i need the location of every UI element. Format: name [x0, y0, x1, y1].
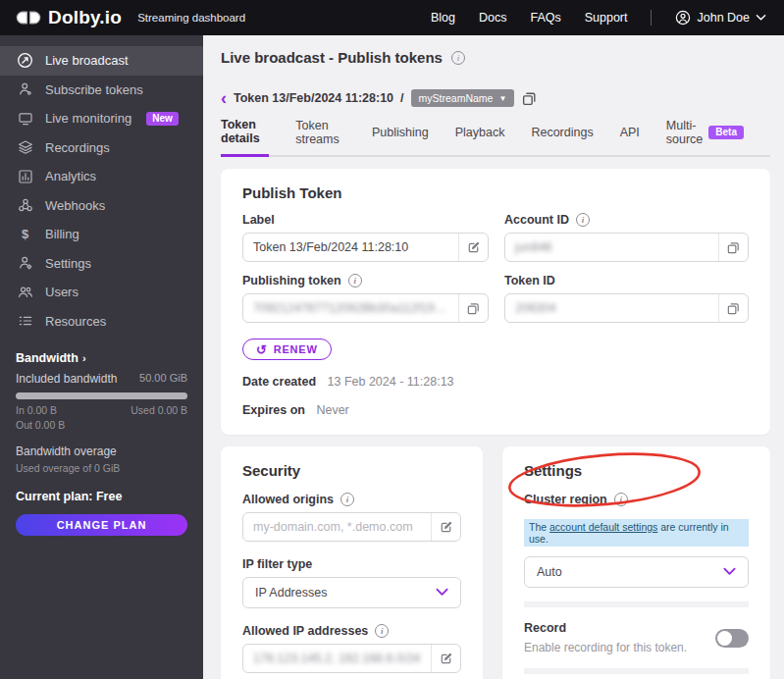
cluster-region-select[interactable]: Auto	[524, 556, 749, 588]
sidebar: Live broadcast Subscribe tokens Live mon…	[0, 35, 203, 679]
record-toggle[interactable]	[715, 629, 749, 648]
token-id-redacted-value: 206304	[505, 301, 718, 315]
divider	[524, 601, 749, 607]
broadcast-icon	[17, 52, 33, 69]
main-content: Live broadcast - Publish tokens i ‹ Toke…	[203, 35, 784, 679]
cluster-region-info-icon[interactable]: i	[614, 493, 628, 506]
allowed-ips-redacted-placeholder: 178.123.145.2, 192.168.6.0/24	[243, 652, 431, 665]
list-icon	[17, 313, 33, 330]
tab-bar: Token details Token streams Publishing P…	[221, 118, 770, 157]
sidebar-item-label: Analytics	[45, 169, 96, 183]
edit-allowed-ips-button[interactable]	[431, 645, 460, 672]
sidebar-item-live-broadcast[interactable]: Live broadcast	[0, 46, 203, 76]
publish-token-card: Publish Token Label Token 13/Feb/2024 11…	[221, 169, 770, 435]
account-id-info-icon[interactable]: i	[576, 213, 590, 227]
sidebar-item-label: Recordings	[45, 140, 110, 155]
included-bandwidth-value: 50.00 GiB	[139, 372, 187, 386]
current-plan-label: Current plan: Free	[16, 490, 187, 503]
back-chevron-icon[interactable]: ‹	[221, 91, 227, 105]
user-menu[interactable]: John Doe	[675, 10, 766, 26]
token-id-label: Token ID	[504, 274, 749, 287]
tab-token-streams[interactable]: Token streams	[295, 118, 345, 155]
account-id-label: Account ID	[504, 213, 569, 227]
page-title: Live broadcast - Publish tokens	[221, 49, 443, 66]
sidebar-item-settings[interactable]: Settings	[0, 249, 203, 279]
sidebar-item-label: Settings	[45, 256, 91, 271]
bandwidth-title[interactable]: Bandwidth›	[16, 351, 187, 365]
edit-label-button[interactable]	[458, 234, 488, 261]
beta-badge: Beta	[708, 126, 744, 139]
breadcrumb: ‹ Token 13/Feb/2024 11:28:10 / myStreamN…	[221, 89, 770, 107]
nav-link-blog[interactable]: Blog	[431, 11, 455, 25]
layers-icon	[17, 139, 33, 156]
date-created-label: Date created	[242, 375, 316, 389]
tab-api[interactable]: API	[620, 118, 640, 155]
bandwidth-overage-title: Bandwidth overage	[16, 444, 187, 458]
renew-button[interactable]: ↺ RENEW	[242, 339, 332, 360]
bandwidth-in-value: In 0.00 B	[16, 404, 57, 416]
person-gear-icon	[17, 255, 33, 272]
renew-icon: ↺	[256, 344, 268, 355]
dolby-logo[interactable]: Dolby.io	[14, 7, 122, 28]
sidebar-item-webhooks[interactable]: Webhooks	[0, 191, 203, 221]
allowed-ip-addresses-info-icon[interactable]: i	[375, 624, 389, 638]
top-navbar: Dolby.io Streaming dashboard Blog Docs F…	[0, 0, 784, 35]
breadcrumb-token[interactable]: Token 13/Feb/2024 11:28:10	[234, 91, 393, 105]
account-id-field[interactable]: jun846	[504, 233, 749, 262]
divider	[524, 668, 749, 674]
user-name: John Doe	[697, 11, 750, 25]
brand-name: Dolby.io	[48, 7, 122, 28]
sidebar-item-resources[interactable]: Resources	[0, 307, 203, 337]
publishing-token-info-icon[interactable]: i	[348, 274, 362, 287]
nav-divider	[651, 10, 652, 26]
ip-filter-type-select[interactable]: IP Addresses	[242, 577, 461, 608]
nav-link-support[interactable]: Support	[585, 11, 628, 25]
sidebar-item-live-monitoring[interactable]: Live monitoring New	[0, 104, 203, 133]
allowed-origins-info-icon[interactable]: i	[340, 493, 354, 506]
sidebar-item-billing[interactable]: $ Billing	[0, 220, 203, 249]
chevron-down-icon	[756, 14, 766, 22]
copy-token-id-button[interactable]	[718, 294, 748, 322]
label-input[interactable]: Token 13/Feb/2024 11:28:10	[242, 233, 489, 262]
dolby-double-d-icon	[14, 9, 43, 26]
sidebar-item-analytics[interactable]: Analytics	[0, 162, 203, 191]
tab-token-details[interactable]: Token details	[221, 118, 269, 157]
copy-publishing-token-button[interactable]	[458, 294, 488, 322]
sidebar-item-users[interactable]: Users	[0, 278, 203, 307]
account-default-settings-link[interactable]: account default settings	[549, 521, 657, 533]
sidebar-item-label: Webhooks	[45, 198, 105, 213]
nav-link-faqs[interactable]: FAQs	[530, 11, 560, 25]
tab-recordings[interactable]: Recordings	[531, 118, 593, 155]
tab-publishing[interactable]: Publishing	[372, 118, 429, 155]
nav-link-docs[interactable]: Docs	[479, 11, 506, 25]
product-name: Streaming dashboard	[137, 12, 245, 24]
publishing-token-field[interactable]: 7092124787712092Bb30a112f199ud79.7t...	[242, 293, 489, 323]
change-plan-button[interactable]: CHANGE PLAN	[16, 514, 187, 536]
info-icon[interactable]: i	[451, 51, 465, 65]
label-field-label: Label	[242, 213, 489, 227]
sidebar-item-label: Subscribe tokens	[45, 82, 143, 97]
caret-down-icon: ▼	[498, 94, 506, 103]
bandwidth-panel: Bandwidth› Included bandwidth 50.00 GiB …	[0, 351, 203, 536]
allowed-ip-addresses-input[interactable]: 178.123.145.2, 192.168.6.0/24	[242, 644, 461, 673]
expires-on-value: Never	[316, 403, 348, 417]
settings-title: Settings	[524, 462, 749, 479]
tab-multi-source[interactable]: Multi-source Beta	[666, 118, 744, 155]
stream-name-dropdown[interactable]: myStreamName▼	[411, 89, 515, 107]
tab-playback[interactable]: Playback	[455, 118, 505, 155]
security-title: Security	[242, 462, 461, 479]
token-id-field[interactable]: 206304	[504, 293, 749, 323]
bandwidth-overage-value: Used overage of 0 GiB	[16, 462, 187, 474]
monitor-icon	[17, 110, 33, 127]
chevron-down-icon	[723, 565, 736, 579]
sidebar-item-subscribe-tokens[interactable]: Subscribe tokens	[0, 76, 203, 105]
edit-allowed-origins-button[interactable]	[431, 513, 460, 541]
cluster-region-note: The account default settings are current…	[524, 519, 749, 547]
publish-token-title: Publish Token	[242, 184, 749, 201]
bandwidth-used-value: Used 0.00 B	[131, 404, 187, 416]
copy-account-id-button[interactable]	[718, 234, 748, 261]
copy-stream-name-button[interactable]	[521, 90, 538, 107]
allowed-origins-input[interactable]: my-domain.com, *.demo.com	[242, 512, 461, 542]
sidebar-item-recordings[interactable]: Recordings	[0, 133, 203, 163]
person-icon	[17, 81, 33, 98]
